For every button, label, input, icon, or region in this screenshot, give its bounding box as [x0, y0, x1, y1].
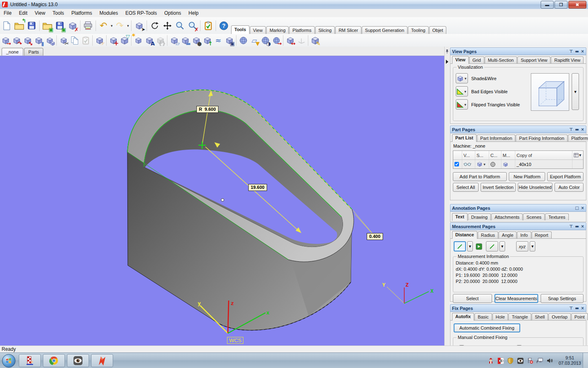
ribbon-tab-rm-slicer[interactable]: RM Slicer: [335, 26, 361, 34]
menu-help[interactable]: Help: [185, 9, 203, 17]
add-part-to-platform-button[interactable]: Add Part to Platform: [453, 172, 507, 181]
add-part-icon[interactable]: +: [108, 35, 119, 46]
smooth-surface-icon[interactable]: ≈: [213, 35, 224, 46]
close-button[interactable]: ✖: [568, 1, 586, 9]
restore-icon[interactable]: □: [575, 206, 579, 210]
tab-info[interactable]: Info: [517, 231, 531, 238]
part-name[interactable]: _40x10: [515, 160, 572, 168]
volume-tray-icon[interactable]: [546, 357, 553, 364]
start-button[interactable]: [2, 354, 16, 368]
ribbon-tab-support-generation[interactable]: Support Generation: [362, 26, 408, 34]
game-tray-icon[interactable]: [488, 357, 494, 364]
menu-tools[interactable]: Tools: [49, 9, 68, 17]
create-part-icon[interactable]: *: [133, 35, 144, 46]
close-icon[interactable]: ×: [581, 49, 584, 54]
cut-with-plane-icon[interactable]: ▱: [169, 35, 180, 46]
shaded-cube-icon[interactable]: ▾: [456, 73, 468, 83]
select-button[interactable]: Select: [453, 294, 492, 303]
ribbon-tab-tools[interactable]: Tools: [231, 25, 249, 34]
tab-autofix[interactable]: Autofix: [452, 313, 474, 321]
taskbar-game-button[interactable]: [19, 354, 41, 367]
tab-grid[interactable]: Grid: [469, 56, 484, 63]
triangle-reduction-icon[interactable]: ▱▼: [249, 35, 260, 46]
tab-overlap[interactable]: Overlap: [548, 313, 571, 320]
view-preview-cube[interactable]: [531, 73, 569, 111]
perforator-icon[interactable]: [238, 35, 249, 46]
minimize-button[interactable]: ▬: [541, 1, 554, 9]
punch-hole-icon[interactable]: ●: [191, 35, 202, 46]
col-visible[interactable]: V...: [462, 151, 475, 159]
undo-icon[interactable]: ↶: [97, 19, 110, 32]
pin-icon[interactable]: ⊤: [569, 306, 573, 310]
stl-link-icon[interactable]: →: [271, 35, 282, 46]
local-smoothing-icon[interactable]: ◑: [260, 35, 271, 46]
close-icon[interactable]: ×: [581, 206, 584, 210]
hollow-part-icon[interactable]: ▣: [224, 35, 235, 46]
pin-icon[interactable]: ⊤: [569, 127, 573, 132]
tab-view[interactable]: View: [452, 56, 469, 64]
measure-mode-dropdown[interactable]: ▾: [467, 241, 473, 251]
play-icon[interactable]: ▶: [476, 243, 482, 250]
marked-icon[interactable]: [501, 160, 515, 168]
new-document-icon[interactable]: [0, 19, 13, 32]
duplicate-part-icon[interactable]: [44, 35, 55, 46]
ribbon-tab-tooling[interactable]: Tooling: [408, 26, 429, 34]
col-color[interactable]: C...: [489, 151, 501, 159]
tab-radius[interactable]: Radius: [478, 231, 498, 238]
measurement-pages-header[interactable]: Measurement Pages ⊤▬×: [450, 222, 586, 230]
tab-angle[interactable]: Angle: [499, 231, 517, 238]
ribbon-tab-view[interactable]: View: [250, 26, 266, 34]
scene-tab-parts[interactable]: Parts: [24, 48, 44, 56]
col-marked[interactable]: M...: [501, 151, 515, 159]
pan-view-icon[interactable]: [161, 19, 174, 32]
ribbon-tab-slicing[interactable]: Slicing: [315, 26, 335, 34]
close-icon[interactable]: ×: [581, 127, 584, 132]
invert-selection-button[interactable]: Invert Selection: [481, 183, 516, 192]
undo-dropdown[interactable]: ▾: [110, 24, 114, 28]
tab-shell[interactable]: Shell: [532, 313, 548, 320]
magics-eye-tray-icon[interactable]: [497, 357, 504, 364]
menu-view[interactable]: View: [31, 9, 49, 17]
close-icon[interactable]: ×: [581, 224, 584, 229]
thickness-measurement-label[interactable]: 0.400: [367, 233, 383, 240]
tab-attachments[interactable]: Attachments: [491, 213, 523, 220]
flipped-triangles-icon[interactable]: ▾: [456, 99, 468, 110]
import-part-icon[interactable]: ▣: [41, 19, 53, 32]
tab-support-view[interactable]: Support View: [517, 56, 550, 63]
taskbar-eyeapp-button[interactable]: [67, 354, 89, 367]
part-row-40x10[interactable]: ▾ _40x10: [453, 160, 583, 168]
tab-triangle[interactable]: Triangle: [508, 313, 531, 320]
move-up-icon[interactable]: ↑: [202, 35, 213, 46]
tab-platforms[interactable]: Platforms: [568, 135, 588, 141]
tab-textures[interactable]: Textures: [545, 213, 569, 220]
tray-clock[interactable]: 9:51 07.03.2013: [559, 355, 581, 366]
glasses-icon[interactable]: [462, 160, 475, 168]
tab-drawing[interactable]: Drawing: [468, 213, 491, 220]
length-measurement-label[interactable]: 19.600: [248, 184, 267, 191]
tab-part-list[interactable]: Part List: [452, 134, 477, 142]
close-icon[interactable]: ×: [581, 306, 584, 310]
view-preset-dropdown[interactable]: ▾: [572, 73, 579, 110]
column-chooser-icon[interactable]: ▾: [572, 151, 583, 159]
copy-part-icon[interactable]: [69, 35, 80, 46]
automatic-combined-fixing-button[interactable]: Automatic Combined Fixing: [454, 323, 520, 332]
annotation-pages-header[interactable]: Annotation Pages □×: [450, 204, 586, 212]
tab-text[interactable]: Text: [452, 213, 468, 221]
new-platform-button[interactable]: New Platform: [509, 172, 545, 181]
extrude-icon[interactable]: ▬: [180, 35, 191, 46]
ribbon-tab-objet[interactable]: Objet: [429, 26, 446, 34]
auto-color-button[interactable]: Auto Color: [555, 183, 584, 192]
rotate-part-icon[interactable]: ↷: [11, 35, 22, 46]
tab-point[interactable]: Point: [571, 313, 588, 320]
select-parts-icon[interactable]: ➤: [133, 19, 145, 32]
snap-settings-button[interactable]: Snap Settings: [541, 294, 584, 303]
tab-part-information[interactable]: Part Information: [477, 135, 515, 141]
action-center-flag-icon[interactable]: [527, 357, 534, 364]
show-desktop-button[interactable]: [583, 353, 588, 368]
tab-distance[interactable]: Distance: [452, 231, 477, 239]
xyz-coordinates-icon[interactable]: xyz: [516, 241, 528, 251]
measure-feature-icon[interactable]: [486, 241, 498, 251]
network-tray-icon[interactable]: [537, 357, 543, 364]
mirror-part-icon[interactable]: ▮: [33, 35, 44, 46]
export-part-icon[interactable]: ▣: [53, 19, 66, 32]
